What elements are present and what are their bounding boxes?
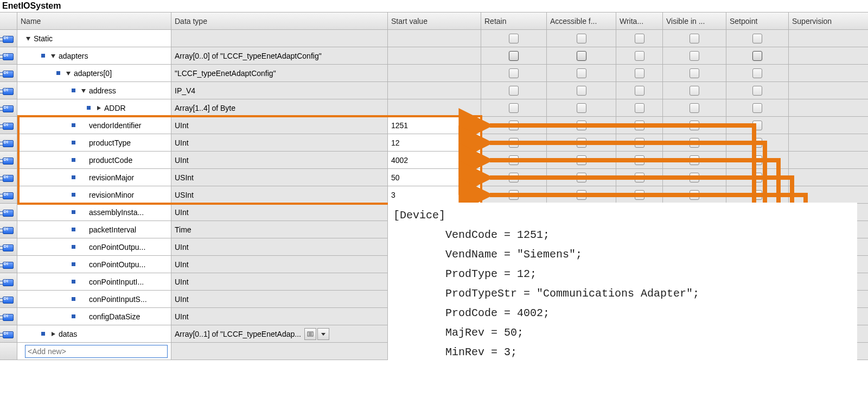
cell-name[interactable]: Static bbox=[17, 30, 171, 47]
checkbox[interactable] bbox=[509, 155, 519, 165]
checkbox[interactable] bbox=[752, 34, 762, 43]
row-gutter[interactable]: DI bbox=[0, 169, 17, 186]
row-gutter[interactable]: DI bbox=[0, 117, 17, 134]
checkbox[interactable] bbox=[509, 173, 519, 182]
checkbox[interactable] bbox=[752, 190, 762, 200]
cell-name[interactable]: adapters[0] bbox=[17, 65, 171, 81]
cell-start[interactable] bbox=[388, 99, 481, 116]
checkbox[interactable] bbox=[690, 51, 699, 61]
checkbox[interactable] bbox=[577, 68, 586, 78]
row-gutter[interactable]: DI bbox=[0, 65, 17, 81]
cell-name[interactable]: conPointInputI... bbox=[17, 273, 171, 290]
col-type[interactable]: Data type bbox=[171, 12, 388, 29]
cell-type[interactable]: "LCCF_typeEnetAdaptConfig" bbox=[171, 65, 388, 81]
add-name-input[interactable] bbox=[25, 345, 168, 358]
row-gutter[interactable]: DI bbox=[0, 99, 17, 116]
col-set[interactable]: Setpoint bbox=[726, 12, 789, 29]
checkbox[interactable] bbox=[635, 51, 644, 61]
checkbox[interactable] bbox=[635, 138, 644, 148]
col-writ[interactable]: Writa... bbox=[616, 12, 663, 29]
cell-type[interactable] bbox=[171, 343, 388, 360]
row-gutter[interactable]: DI bbox=[0, 273, 17, 290]
row-gutter[interactable]: DI bbox=[0, 82, 17, 99]
checkbox[interactable] bbox=[509, 68, 519, 78]
cell-name[interactable]: revisionMajor bbox=[17, 169, 171, 186]
cell-name[interactable]: datas bbox=[17, 325, 171, 342]
checkbox[interactable] bbox=[752, 138, 762, 148]
checkbox[interactable] bbox=[509, 138, 519, 148]
row-gutter[interactable]: DI bbox=[0, 238, 17, 255]
checkbox[interactable] bbox=[690, 68, 699, 78]
cell-name[interactable]: revisionMinor bbox=[17, 186, 171, 203]
checkbox[interactable] bbox=[690, 121, 699, 130]
checkbox[interactable] bbox=[690, 138, 699, 148]
col-start[interactable]: Start value bbox=[388, 12, 481, 29]
cell-name[interactable]: conPointOutpu... bbox=[17, 256, 171, 273]
cell-name[interactable]: productType bbox=[17, 134, 171, 151]
cell-start[interactable]: 12 bbox=[388, 134, 481, 151]
checkbox[interactable] bbox=[509, 86, 519, 96]
cell-name[interactable] bbox=[17, 343, 171, 360]
checkbox[interactable] bbox=[690, 34, 699, 43]
table-row[interactable]: DIadaptersArray[0..0] of "LCCF_typeEnetA… bbox=[0, 47, 868, 65]
checkbox[interactable] bbox=[752, 51, 762, 61]
cell-name[interactable]: configDataSize bbox=[17, 308, 171, 325]
table-row[interactable]: DIvendorIdentifierUInt1251 bbox=[0, 117, 868, 134]
cell-name[interactable]: vendorIdentifier bbox=[17, 117, 171, 134]
row-gutter[interactable]: DI bbox=[0, 325, 17, 342]
checkbox[interactable] bbox=[577, 51, 586, 61]
cell-type[interactable]: Array[1..4] of Byte bbox=[171, 99, 388, 116]
cell-name[interactable]: ADDR bbox=[17, 99, 171, 116]
checkbox[interactable] bbox=[577, 34, 586, 43]
chevron-down-icon[interactable] bbox=[65, 70, 72, 77]
checkbox[interactable] bbox=[752, 68, 762, 78]
chevron-down-icon[interactable] bbox=[25, 35, 31, 42]
checkbox[interactable] bbox=[577, 155, 586, 165]
checkbox[interactable] bbox=[752, 155, 762, 165]
type-dropdown-button[interactable] bbox=[317, 328, 329, 340]
cell-start[interactable] bbox=[388, 30, 481, 47]
chevron-right-icon[interactable] bbox=[95, 105, 102, 111]
cell-type[interactable]: IP_V4 bbox=[171, 82, 388, 99]
cell-type[interactable]: UInt bbox=[171, 256, 388, 273]
checkbox[interactable] bbox=[635, 173, 644, 182]
checkbox[interactable] bbox=[635, 155, 644, 165]
checkbox[interactable] bbox=[635, 103, 644, 113]
table-row[interactable]: DIproductCodeUInt4002 bbox=[0, 152, 868, 169]
cell-start[interactable]: 3 bbox=[388, 186, 481, 203]
checkbox[interactable] bbox=[635, 190, 644, 200]
checkbox[interactable] bbox=[752, 86, 762, 96]
checkbox[interactable] bbox=[690, 103, 699, 113]
col-sup[interactable]: Supervision bbox=[789, 12, 868, 29]
checkbox[interactable] bbox=[577, 121, 586, 130]
cell-type[interactable]: UInt bbox=[171, 291, 388, 307]
checkbox[interactable] bbox=[509, 51, 519, 61]
chevron-down-icon[interactable] bbox=[50, 53, 56, 59]
cell-type[interactable]: Time bbox=[171, 221, 388, 238]
checkbox[interactable] bbox=[577, 173, 586, 182]
checkbox[interactable] bbox=[635, 68, 644, 78]
col-vis[interactable]: Visible in ... bbox=[663, 12, 726, 29]
cell-start[interactable]: 50 bbox=[388, 169, 481, 186]
checkbox[interactable] bbox=[509, 34, 519, 43]
row-gutter[interactable] bbox=[0, 343, 17, 360]
row-gutter[interactable]: DI bbox=[0, 30, 17, 47]
checkbox[interactable] bbox=[509, 121, 519, 130]
row-gutter[interactable]: DI bbox=[0, 186, 17, 203]
cell-type[interactable]: Array[0..1] of "LCCF_typeEnetAdap... bbox=[171, 325, 388, 342]
checkbox[interactable] bbox=[690, 86, 699, 96]
row-gutter[interactable]: DI bbox=[0, 221, 17, 238]
cell-type[interactable]: UInt bbox=[171, 204, 388, 221]
checkbox[interactable] bbox=[577, 103, 586, 113]
table-row[interactable]: DIadapters[0]"LCCF_typeEnetAdaptConfig" bbox=[0, 65, 868, 82]
table-row[interactable]: DIrevisionMinorUSInt3 bbox=[0, 186, 868, 204]
cell-type[interactable]: Array[0..0] of "LCCF_typeEnetAdaptConfig… bbox=[171, 47, 388, 64]
table-row[interactable]: DIaddressIP_V4 bbox=[0, 82, 868, 99]
checkbox[interactable] bbox=[752, 173, 762, 182]
checkbox[interactable] bbox=[635, 121, 644, 130]
cell-name[interactable]: productCode bbox=[17, 152, 171, 168]
cell-name[interactable]: assemblyInsta... bbox=[17, 204, 171, 221]
cell-name[interactable]: conPointInputS... bbox=[17, 291, 171, 307]
col-retain[interactable]: Retain bbox=[481, 12, 547, 29]
cell-name[interactable]: address bbox=[17, 82, 171, 99]
